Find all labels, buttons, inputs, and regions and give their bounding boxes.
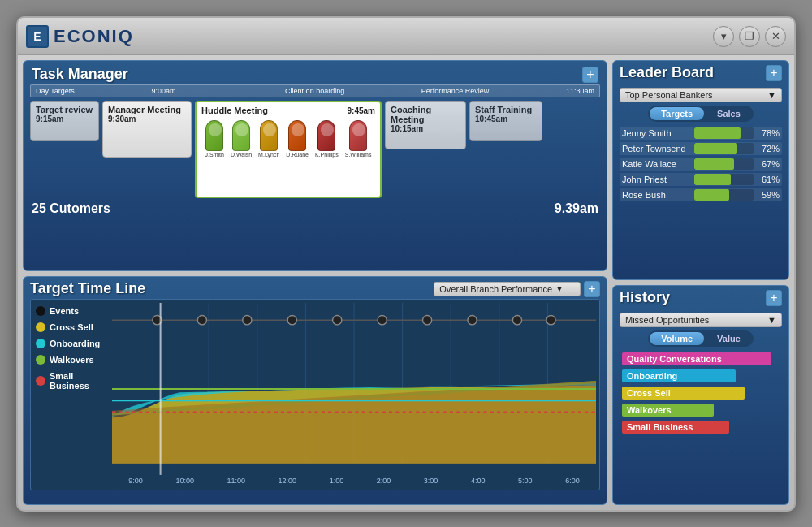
maximize-button[interactable]: ❐ xyxy=(739,26,760,47)
app-name: ECONIQ xyxy=(54,26,134,47)
lb-entry-jenny-smith: Jenny Smith 78% xyxy=(620,127,782,140)
time-axis: 9:00 10:00 11:00 12:00 1:00 2:00 3:00 4:… xyxy=(112,475,596,486)
task-manager-title: Task Manager xyxy=(32,66,128,83)
hist-dropdown-arrow-icon: ▼ xyxy=(767,315,776,325)
leader-board-title: Leader Board xyxy=(620,64,714,81)
cross-sell-dot xyxy=(36,322,45,332)
task-card-staff-training[interactable]: Staff Training 10:45am xyxy=(469,101,542,141)
missed-opportunities-dropdown[interactable]: Missed Opportunities ▼ xyxy=(620,313,782,327)
lb-entry-peter-townsend: Peter Townsend 72% xyxy=(620,142,782,155)
chart-legend: Events Cross Sell Onboarding Walkov xyxy=(34,303,107,486)
svg-point-21 xyxy=(468,316,477,325)
history-title: History xyxy=(620,289,670,306)
hist-entry-walkovers: Walkovers xyxy=(620,403,782,417)
legend-small-business: Small Business xyxy=(36,371,106,391)
svg-point-18 xyxy=(333,316,342,325)
jenny-smith-bar xyxy=(694,127,741,139)
hist-entry-small-business: Small Business xyxy=(620,420,782,434)
day-targets-time: 9:00am xyxy=(151,87,175,95)
katie-wallace-bar xyxy=(694,158,734,170)
rose-bush-bar xyxy=(694,189,729,201)
branch-performance-dropdown[interactable]: Overall Branch Performance ▼ xyxy=(434,282,581,296)
dropdown-arrow-icon: ▼ xyxy=(555,284,564,293)
person-jsmith: J.Smith xyxy=(205,120,224,158)
lb-tab-targets[interactable]: Targets xyxy=(650,107,704,120)
lb-entry-john-priest: John Priest 61% xyxy=(620,173,782,186)
day-targets-label: Day Targets xyxy=(36,87,75,95)
hist-entry-onboarding: Onboarding xyxy=(620,369,782,383)
chart-svg xyxy=(112,303,596,475)
perf-review-time: 11:30am xyxy=(566,87,594,95)
main-content: Task Manager + Day Targets 9:00am Client… xyxy=(18,55,794,510)
task-card-coaching-meeting[interactable]: Coaching Meeting 10:15am xyxy=(385,101,466,149)
customers-bar: 25 Cutomers 9.39am xyxy=(24,198,607,219)
left-panel: Task Manager + Day Targets 9:00am Client… xyxy=(23,60,607,505)
hist-tab-row: Volume Value xyxy=(648,330,754,347)
task-manager-add-button[interactable]: + xyxy=(582,67,598,83)
leader-board-add-button[interactable]: + xyxy=(766,65,782,81)
svg-point-22 xyxy=(512,316,521,325)
history-header: History + xyxy=(613,286,788,309)
title-bar: E ECONIQ ▾ ❐ ✕ xyxy=(18,18,794,55)
target-timeline-title: Target Time Line xyxy=(30,280,145,297)
client-onboarding-label: Client on boarding xyxy=(285,87,344,95)
svg-point-20 xyxy=(423,316,432,325)
lb-tab-row: Targets Sales xyxy=(648,106,754,122)
svg-point-19 xyxy=(378,316,387,325)
task-card-huddle-meeting[interactable]: Huddle Meeting 9:45am J.Smith xyxy=(195,101,382,198)
logo-area: E ECONIQ xyxy=(26,25,134,48)
chart-graph xyxy=(112,303,596,475)
current-time: 9.39am xyxy=(555,201,598,216)
legend-onboarding: Onboarding xyxy=(36,339,106,348)
walkovers-dot xyxy=(36,355,45,365)
person-druane: D.Ruane xyxy=(286,120,309,158)
small-business-dot xyxy=(36,376,45,386)
minimize-button[interactable]: ▾ xyxy=(713,26,734,47)
perf-review-label: Performance Review xyxy=(421,87,490,95)
task-manager-panel: Task Manager + Day Targets 9:00am Client… xyxy=(23,60,607,271)
lb-entry-rose-bush: Rose Bush 59% xyxy=(620,188,782,201)
target-timeline-panel: Target Time Line Overall Branch Performa… xyxy=(23,276,607,505)
task-manager-header: Task Manager + xyxy=(24,61,607,84)
task-card-manager-meeting[interactable]: Manager Meeting 9:30am xyxy=(102,101,192,158)
app-window: E ECONIQ ▾ ❐ ✕ Task Manager + Day Targe xyxy=(16,16,796,512)
leader-board-header: Leader Board + xyxy=(613,61,788,84)
window-controls: ▾ ❐ ✕ xyxy=(713,26,786,47)
lb-controls: Top Personal Bankers ▼ Targets Sales xyxy=(613,84,788,125)
hist-entry-cross-sell: Cross Sell xyxy=(620,386,782,400)
person-kphillips: K.Phillips xyxy=(315,120,339,158)
lb-entry-katie-wallace: Katie Wallace 67% xyxy=(620,158,782,171)
lb-entries: Jenny Smith 78% Peter Townsend 72% xyxy=(613,125,788,206)
lb-tab-sales[interactable]: Sales xyxy=(706,107,752,120)
logo-icon: E xyxy=(26,25,49,48)
huddle-people: J.Smith D.Walsh M.Lynch xyxy=(201,120,375,158)
close-button[interactable]: ✕ xyxy=(765,26,786,47)
john-priest-bar xyxy=(694,174,731,185)
svg-point-23 xyxy=(546,316,555,325)
right-panel: Leader Board + Top Personal Bankers ▼ Ta… xyxy=(612,60,789,505)
svg-point-15 xyxy=(197,316,206,325)
history-add-button[interactable]: + xyxy=(766,290,782,306)
hist-controls: Missed Opportunities ▼ Volume Value xyxy=(613,309,788,350)
legend-events: Events xyxy=(36,306,106,316)
person-swilliams: S.Williams xyxy=(345,120,372,158)
hist-tab-volume[interactable]: Volume xyxy=(650,332,704,345)
customers-count: 25 Cutomers xyxy=(32,201,110,216)
timeline-add-button[interactable]: + xyxy=(584,281,600,297)
task-card-target-review[interactable]: Target review 9:15am xyxy=(30,101,99,141)
peter-townsend-bar xyxy=(694,143,737,154)
svg-point-17 xyxy=(287,316,296,325)
legend-cross-sell: Cross Sell xyxy=(36,322,106,332)
history-panel: History + Missed Opportunities ▼ Volume … xyxy=(612,285,789,505)
svg-point-16 xyxy=(243,316,252,325)
timeline-controls: Target Time Line Overall Branch Performa… xyxy=(24,277,607,299)
lb-dropdown-arrow-icon: ▼ xyxy=(767,90,776,100)
person-dwalsh: D.Walsh xyxy=(231,120,252,158)
hist-tab-value[interactable]: Value xyxy=(706,332,752,345)
hist-entry-quality-conversations: Quality Conversations xyxy=(620,352,782,366)
leader-board-panel: Leader Board + Top Personal Bankers ▼ Ta… xyxy=(612,60,789,280)
events-dot xyxy=(36,306,45,316)
legend-walkovers: Walkovers xyxy=(36,355,106,365)
top-personal-bankers-dropdown[interactable]: Top Personal Bankers ▼ xyxy=(620,88,782,102)
person-mlynch: M.Lynch xyxy=(258,120,279,158)
